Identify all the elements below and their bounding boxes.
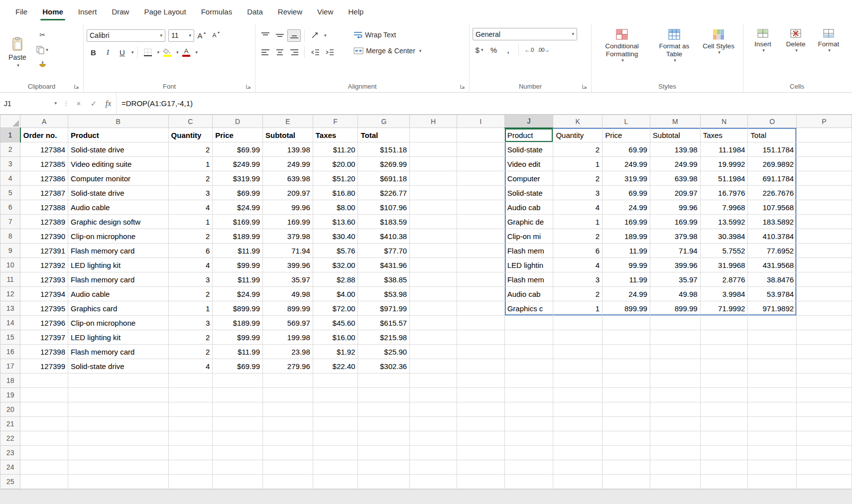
cell-F19[interactable] <box>313 388 358 402</box>
cell-J3[interactable]: Video edit <box>504 157 553 171</box>
cell-K9[interactable]: 6 <box>553 244 603 258</box>
cell-I19[interactable] <box>457 388 504 402</box>
cell-A22[interactable] <box>20 431 68 446</box>
accounting-format-button[interactable]: $▾ <box>473 44 486 56</box>
number-dialog-launcher-icon[interactable] <box>582 84 588 90</box>
row-header-21[interactable]: 21 <box>0 417 20 431</box>
cell-C6[interactable]: 4 <box>168 200 213 215</box>
cell-H24[interactable] <box>410 460 457 475</box>
insert-cells-button[interactable]: Insert ▾ <box>746 26 779 78</box>
cell-G25[interactable] <box>358 475 410 489</box>
cell-O18[interactable] <box>748 374 797 388</box>
cell-E25[interactable] <box>262 475 313 489</box>
cell-L25[interactable] <box>603 475 650 489</box>
cell-H12[interactable] <box>410 287 457 301</box>
cell-A7[interactable]: 127389 <box>20 215 68 229</box>
cell-L4[interactable]: 319.99 <box>603 171 650 186</box>
cell-K2[interactable]: 2 <box>553 142 603 157</box>
cell-A4[interactable]: 127386 <box>20 171 68 186</box>
cell-M20[interactable] <box>650 402 700 417</box>
cell-B8[interactable]: Clip-on microphone <box>68 229 169 244</box>
cell-L9[interactable]: 11.99 <box>603 244 650 258</box>
cell-K19[interactable] <box>553 388 603 402</box>
cell-O17[interactable] <box>748 359 797 374</box>
row-header-18[interactable]: 18 <box>0 374 20 388</box>
cell-J8[interactable]: Clip-on mi <box>504 229 553 244</box>
cell-P5[interactable] <box>797 186 852 200</box>
cell-N25[interactable] <box>700 475 748 489</box>
cell-A11[interactable]: 127393 <box>20 272 68 287</box>
tab-review[interactable]: Review <box>270 0 310 23</box>
cell-E2[interactable]: 139.98 <box>262 142 313 157</box>
cell-E5[interactable]: 209.97 <box>262 186 313 200</box>
column-header-D[interactable]: D <box>213 115 263 128</box>
cell-N14[interactable] <box>700 316 748 330</box>
cell-A15[interactable]: 127397 <box>20 330 68 345</box>
align-top-button[interactable] <box>258 29 272 42</box>
cell-H20[interactable] <box>410 402 457 417</box>
cell-J24[interactable] <box>504 460 553 475</box>
cell-P25[interactable] <box>797 475 852 489</box>
cell-G20[interactable] <box>358 402 410 417</box>
cell-G9[interactable]: $77.70 <box>358 244 410 258</box>
column-header-G[interactable]: G <box>358 115 410 128</box>
cell-B10[interactable]: LED lighting kit <box>68 258 169 272</box>
cell-O10[interactable]: 431.9568 <box>748 258 797 272</box>
cell-M4[interactable]: 639.98 <box>650 171 700 186</box>
cell-O9[interactable]: 77.6952 <box>748 244 797 258</box>
cell-P16[interactable] <box>797 345 852 359</box>
borders-button[interactable] <box>141 46 155 59</box>
column-header-F[interactable]: F <box>313 115 358 128</box>
cell-A18[interactable] <box>20 374 68 388</box>
cell-K3[interactable]: 1 <box>553 157 603 171</box>
cell-L8[interactable]: 189.99 <box>603 229 650 244</box>
cell-I16[interactable] <box>457 345 504 359</box>
cell-F12[interactable]: $4.00 <box>313 287 358 301</box>
cell-I2[interactable] <box>457 142 504 157</box>
font-dialog-launcher-icon[interactable] <box>245 84 251 90</box>
merge-center-button[interactable]: Merge & Center ▾ <box>351 44 424 58</box>
cell-J1[interactable]: Product <box>504 128 553 142</box>
cell-M22[interactable] <box>650 431 700 446</box>
cell-P20[interactable] <box>797 402 852 417</box>
increase-font-size-button[interactable]: A▲ <box>195 29 209 42</box>
cell-B4[interactable]: Computer monitor <box>68 171 169 186</box>
cell-G12[interactable]: $53.98 <box>358 287 410 301</box>
cell-P21[interactable] <box>797 417 852 431</box>
column-header-J[interactable]: J <box>504 115 553 128</box>
cell-J18[interactable] <box>504 374 553 388</box>
cell-K6[interactable]: 4 <box>553 200 603 215</box>
cell-C14[interactable]: 3 <box>168 316 213 330</box>
tab-insert[interactable]: Insert <box>71 0 105 23</box>
cell-F7[interactable]: $13.60 <box>313 215 358 229</box>
cell-H5[interactable] <box>410 186 457 200</box>
cell-C9[interactable]: 6 <box>168 244 213 258</box>
fill-color-button[interactable] <box>160 46 174 59</box>
column-header-A[interactable]: A <box>20 115 68 128</box>
cell-E23[interactable] <box>262 446 313 460</box>
cell-A25[interactable] <box>20 475 68 489</box>
underline-button[interactable]: U <box>116 46 129 59</box>
cell-H17[interactable] <box>410 359 457 374</box>
cell-D20[interactable] <box>213 402 263 417</box>
cell-E12[interactable]: 49.98 <box>262 287 313 301</box>
cell-M8[interactable]: 379.98 <box>650 229 700 244</box>
cell-E14[interactable]: 569.97 <box>262 316 313 330</box>
cell-P14[interactable] <box>797 316 852 330</box>
cell-N7[interactable]: 13.5992 <box>700 215 748 229</box>
cell-G13[interactable]: $971.99 <box>358 301 410 316</box>
cell-N21[interactable] <box>700 417 748 431</box>
cell-O24[interactable] <box>748 460 797 475</box>
tab-page-layout[interactable]: Page Layout <box>136 0 193 23</box>
cell-N9[interactable]: 5.7552 <box>700 244 748 258</box>
cell-P6[interactable] <box>797 200 852 215</box>
cell-H3[interactable] <box>410 157 457 171</box>
cell-N8[interactable]: 30.3984 <box>700 229 748 244</box>
cell-O2[interactable]: 151.1784 <box>748 142 797 157</box>
cell-I12[interactable] <box>457 287 504 301</box>
cell-L21[interactable] <box>603 417 650 431</box>
cell-N22[interactable] <box>700 431 748 446</box>
column-header-H[interactable]: H <box>410 115 457 128</box>
cell-K8[interactable]: 2 <box>553 229 603 244</box>
row-header-14[interactable]: 14 <box>0 316 20 330</box>
